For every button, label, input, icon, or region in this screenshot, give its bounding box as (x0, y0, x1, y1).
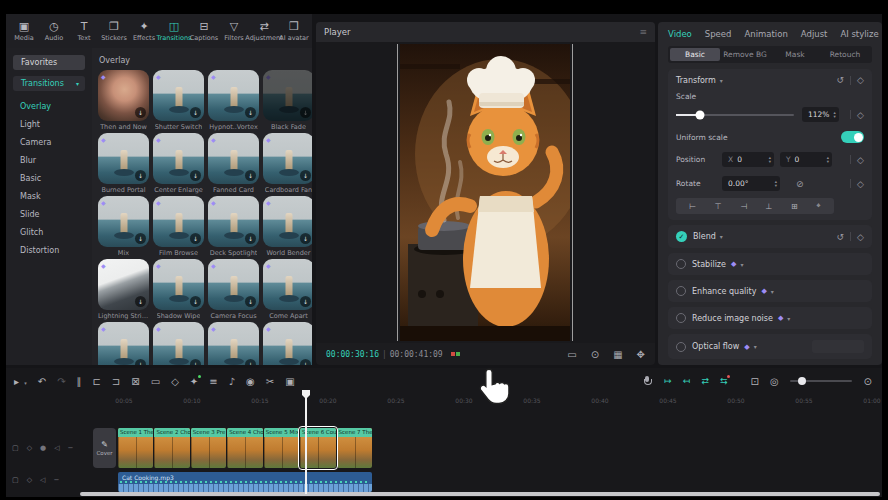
download-icon[interactable]: ↓ (300, 170, 311, 181)
download-icon[interactable]: ↓ (135, 233, 146, 244)
position-y-input[interactable]: Y 0 ▴▾ (780, 152, 832, 167)
hide-track-icon[interactable]: ● (40, 444, 46, 452)
redo-icon[interactable]: ↷ (57, 376, 65, 387)
track-main-icon[interactable]: ▢ (12, 476, 19, 484)
transition-thumbnail[interactable]: ◆ ↓ (98, 259, 149, 310)
chevron-down-icon[interactable]: ▾ (754, 343, 757, 350)
transition-thumbnail[interactable]: ◆ ↓ (263, 133, 312, 184)
timeline-scrollbar[interactable] (80, 492, 880, 496)
feature-checkbox[interactable] (676, 342, 686, 352)
timeline-ruler[interactable]: 00:05 00:10 00:15 00:20 00:25 00:30 00:3… (6, 396, 882, 408)
download-icon[interactable]: ↓ (300, 233, 311, 244)
stepper-arrows[interactable]: ▴▾ (833, 111, 835, 119)
tab-captions[interactable]: ⊟ Captions (189, 21, 219, 42)
sidebar-item-basic[interactable]: Basic (6, 170, 92, 188)
levels-icon[interactable]: ≡ (209, 376, 217, 387)
transition-thumbnail[interactable]: ◆ ↓ (153, 196, 204, 247)
tab-speed[interactable]: Speed (705, 29, 732, 39)
video-clip[interactable]: Scene 3 Pre (191, 428, 226, 468)
download-icon[interactable]: ↓ (135, 296, 146, 307)
download-icon[interactable]: ↓ (190, 107, 201, 118)
video-clip[interactable]: Scene 5 Mix (264, 428, 299, 468)
subtab-retouch[interactable]: Retouch (820, 48, 870, 61)
download-icon[interactable]: ↓ (245, 107, 256, 118)
tab-stickers[interactable]: ❐ Stickers (99, 21, 129, 42)
download-icon[interactable]: ↓ (135, 359, 146, 365)
tab-media[interactable]: ▣ Media (9, 21, 39, 42)
transition-thumbnail[interactable]: ◆ ↓ (208, 133, 259, 184)
stepper-arrows[interactable]: ▴▾ (775, 180, 777, 188)
trim-left-icon[interactable]: ⊏ (93, 376, 101, 387)
tab-text[interactable]: T Text (69, 21, 99, 42)
transition-thumbnail[interactable]: ◆ ↓ (263, 196, 312, 247)
tab-ai-stylize[interactable]: AI stylize (840, 29, 878, 39)
download-icon[interactable]: ↓ (190, 359, 201, 365)
transition-thumbnail[interactable]: ◆ ↓ (153, 70, 204, 121)
transition-thumbnail[interactable]: ◆ ↓ (208, 70, 259, 121)
keyframe-icon[interactable]: ◇ (857, 155, 864, 165)
mic-icon[interactable] (643, 376, 650, 386)
undo-icon[interactable]: ↶ (38, 376, 46, 387)
tab-ai-avatar[interactable]: ❒ AI avatar (279, 21, 309, 42)
stepper-arrows[interactable]: ▴▾ (827, 156, 829, 164)
preview-axis-icon[interactable]: ⊡ (750, 376, 758, 387)
snap-toggle-icon[interactable]: ⇆ (720, 376, 728, 386)
sidebar-item-mask[interactable]: Mask (6, 188, 92, 206)
scissors-icon[interactable]: ✂ (266, 376, 274, 387)
trim-right-icon[interactable]: ⊐ (112, 376, 120, 387)
playhead[interactable] (305, 390, 307, 494)
download-icon[interactable]: ↓ (245, 170, 256, 181)
link-toggle-icon[interactable]: ⇄ (701, 376, 709, 386)
quality-icon[interactable]: ▦ (613, 349, 622, 360)
tab-effects[interactable]: ✦ Effects (129, 21, 159, 42)
chevron-down-icon[interactable]: ▾ (720, 77, 723, 84)
download-icon[interactable]: ↓ (135, 170, 146, 181)
zoom-fit-icon[interactable]: ⊙ (864, 376, 872, 387)
download-icon[interactable]: ↓ (190, 296, 201, 307)
transition-thumbnail[interactable]: ◆ ↓ (98, 322, 149, 365)
lock-track-icon[interactable]: ◇ (27, 444, 32, 452)
download-icon[interactable]: ↓ (300, 296, 311, 307)
transition-thumbnail[interactable]: ◆ ↓ (263, 322, 312, 365)
transition-thumbnail[interactable]: ◆ ↓ (98, 133, 149, 184)
video-clip[interactable]: Scene 7 The (337, 428, 372, 468)
chevron-down-icon[interactable]: ▾ (720, 233, 723, 240)
transition-thumbnail[interactable]: ◆ ↓ (208, 196, 259, 247)
audio-clip[interactable]: Cat Cooking.mp3 (118, 472, 372, 492)
blend-checkbox[interactable]: ✓ (676, 231, 687, 242)
freeze-frame-icon[interactable]: ▭ (151, 376, 160, 387)
collapse-track-icon[interactable]: − (68, 444, 74, 452)
download-icon[interactable]: ↓ (300, 107, 311, 118)
record-icon[interactable]: ◎ (770, 376, 779, 387)
chevron-down-icon[interactable]: ▾ (787, 315, 790, 322)
subtab-remove-bg[interactable]: Remove BG (720, 48, 770, 61)
keyframe-icon[interactable]: ◇ (857, 232, 864, 242)
download-icon[interactable]: ↓ (245, 359, 256, 365)
transition-thumbnail[interactable]: ◆ ↓ (153, 133, 204, 184)
reset-icon[interactable]: ↺ (837, 232, 845, 242)
cover-button[interactable]: ✎ Cover (93, 428, 116, 468)
collapse-track-icon[interactable]: − (53, 476, 59, 484)
transition-thumbnail[interactable]: ◆ ↓ (208, 322, 259, 365)
mute-track-icon[interactable]: ◁ (40, 476, 45, 484)
feature-checkbox[interactable] (676, 286, 686, 296)
fullscreen-icon[interactable]: ✥ (637, 349, 645, 360)
align-bottom-icon[interactable]: ⊥ (766, 202, 773, 211)
transition-thumbnail[interactable]: ◆ ↓ (98, 196, 149, 247)
rotate-value-input[interactable]: 0.00° ▴▾ (722, 176, 780, 191)
tab-adjust[interactable]: Adjust (801, 29, 828, 39)
feature-checkbox[interactable] (676, 313, 686, 323)
stepper-arrows[interactable]: ▴▾ (769, 156, 771, 164)
mirror-icon[interactable]: ◇ (171, 376, 179, 387)
subtab-basic[interactable]: Basic (670, 48, 720, 61)
feature-action-button[interactable] (812, 340, 864, 353)
download-icon[interactable]: ↓ (190, 170, 201, 181)
sidebar-item-blur[interactable]: Blur (6, 152, 92, 170)
favorites-button[interactable]: Favorites (13, 55, 85, 70)
track-main-icon[interactable]: ▢ (12, 444, 19, 452)
uniform-scale-toggle[interactable] (841, 131, 864, 143)
align-middle-icon[interactable]: ⌖ (816, 201, 821, 211)
align-top-icon[interactable]: ⊤ (715, 202, 722, 211)
feature-checkbox[interactable] (676, 259, 686, 269)
chevron-down-icon[interactable]: ▾ (740, 261, 743, 268)
